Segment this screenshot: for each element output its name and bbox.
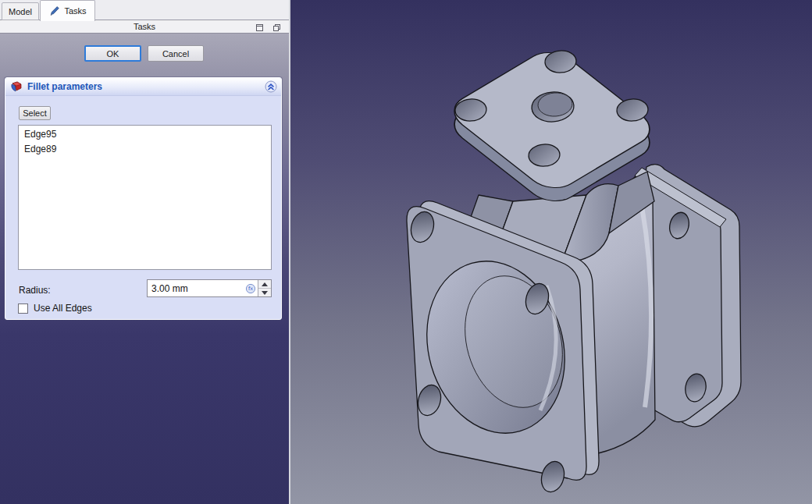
fillet-icon — [10, 80, 23, 93]
ok-button[interactable]: OK — [84, 45, 141, 62]
dock-restore-icon[interactable] — [255, 23, 264, 32]
dock-titlebar: Tasks — [0, 21, 289, 34]
pen-icon — [48, 5, 60, 17]
spin-down-icon[interactable] — [258, 288, 271, 296]
dock-tabbar: Model Tasks — [0, 0, 289, 20]
use-all-edges-label: Use All Edges — [34, 303, 92, 314]
use-all-edges-row: Use All Edges — [18, 303, 92, 314]
svg-text:fx: fx — [248, 286, 253, 292]
task-panel-body: OK Cancel Fillet parameters — [0, 34, 289, 504]
radius-label: Radius: — [19, 285, 51, 296]
cad-model-valve-body — [289, 0, 812, 504]
edge-list-item[interactable]: Edge95 — [19, 127, 271, 142]
expression-icon[interactable]: fx — [245, 283, 256, 294]
tab-model-label: Model — [9, 7, 32, 16]
tab-tasks-label: Tasks — [64, 6, 86, 16]
radius-input[interactable] — [148, 283, 245, 294]
edge-list-item[interactable]: Edge89 — [19, 142, 271, 157]
fillet-parameters-box: Fillet parameters Select Edge95 Edge89 — [5, 77, 282, 320]
radius-spinner — [258, 280, 271, 296]
tab-model[interactable]: Model — [2, 2, 39, 20]
tab-tasks[interactable]: Tasks — [40, 0, 95, 21]
freecad-window: Model Tasks Tasks — [0, 0, 812, 504]
panel-splitter[interactable] — [289, 0, 290, 504]
edge-list[interactable]: Edge95 Edge89 — [18, 125, 272, 270]
select-button[interactable]: Select — [19, 106, 51, 120]
ok-button-label: OK — [107, 49, 119, 59]
select-button-label: Select — [23, 108, 47, 118]
dock-title: Tasks — [0, 22, 289, 31]
cancel-button-label: Cancel — [162, 49, 189, 59]
section-title: Fillet parameters — [27, 81, 102, 92]
fillet-parameters-header: Fillet parameters — [5, 78, 281, 96]
dock-float-icon[interactable] — [272, 23, 281, 32]
use-all-edges-checkbox[interactable] — [18, 303, 28, 314]
spin-up-icon[interactable] — [258, 280, 271, 288]
radius-field: fx — [147, 279, 272, 297]
collapse-section-icon[interactable] — [265, 80, 277, 93]
cancel-button[interactable]: Cancel — [148, 45, 204, 62]
tasks-dock-panel: Model Tasks Tasks — [0, 0, 289, 504]
3d-viewport[interactable] — [289, 0, 812, 504]
